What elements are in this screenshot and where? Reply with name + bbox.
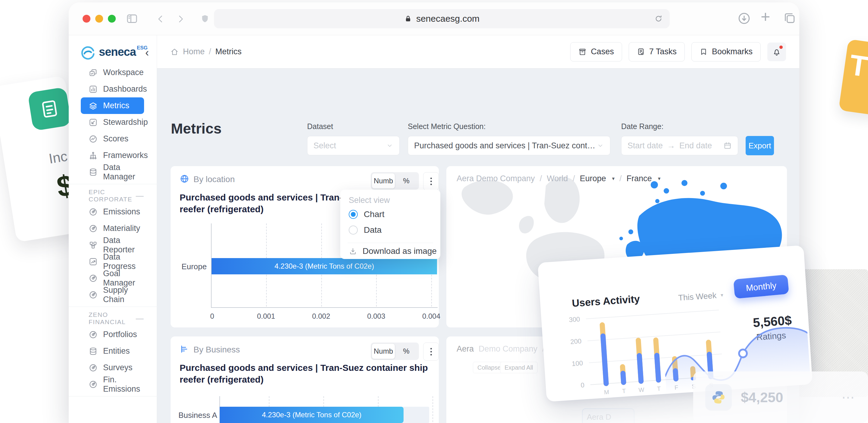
screenshot-stage: Inc $ T senecaesg.com + [0, 0, 868, 423]
sidebar-collapse-icon[interactable]: ‹ [145, 47, 149, 58]
sidebar-item-metrics[interactable]: Metrics [81, 97, 144, 114]
sidebar-item-label: Goal Manager [103, 269, 144, 288]
radio-icon[interactable] [349, 225, 358, 235]
bookmark-icon [700, 48, 708, 56]
metrics-icon [89, 101, 98, 110]
forward-icon[interactable] [176, 14, 186, 24]
bookmarks-button[interactable]: Bookmarks [691, 42, 761, 61]
tasks-button[interactable]: 7 Tasks [629, 42, 685, 61]
export-button[interactable]: Export [746, 136, 774, 155]
minimize-window-button[interactable] [95, 15, 103, 23]
app-header: Home / Metrics Cases 7 Tasks [157, 35, 799, 68]
sidebar-section-zeno-financial: ZENO FINANCIAL— [69, 310, 157, 326]
download-as-image-item[interactable]: Download as image [349, 246, 437, 256]
sidebar-item-data-manager[interactable]: Data Manager [81, 164, 144, 180]
breadcrumb-slash: / [619, 174, 622, 183]
breadcrumb-europe[interactable]: Europe [580, 174, 606, 183]
day-label: T [657, 385, 661, 393]
breadcrumb-aera-demo-company: Aera Demo Company [457, 174, 535, 183]
menu-option-chart[interactable]: Chart [349, 210, 384, 219]
sidebar-item-dashboards[interactable]: Dashboards [81, 81, 144, 97]
database-icon [89, 347, 98, 356]
start-date-placeholder: Start date [627, 141, 663, 150]
menu-option-data[interactable]: Data [349, 225, 381, 235]
sidebar-item-materiality[interactable]: Materiality [81, 220, 144, 237]
stewardship-icon [89, 118, 98, 127]
zoom-window-button[interactable] [108, 15, 116, 23]
home-icon[interactable] [170, 48, 179, 56]
sidebar-item-stewardship[interactable]: Stewardship [81, 114, 144, 130]
decor-yellow-glyph: T [847, 48, 868, 83]
sidebar-toggle-icon[interactable] [125, 13, 138, 25]
tasks-icon [637, 48, 645, 56]
close-window-button[interactable] [83, 15, 90, 23]
cases-button[interactable]: Cases [570, 42, 622, 61]
day-label: T [622, 387, 626, 395]
python-icon [705, 384, 732, 411]
caret-down-icon: ▾ [720, 292, 723, 299]
sidebar-item-emissions[interactable]: Emissions [81, 204, 144, 220]
section-collapse-icon[interactable]: — [136, 191, 144, 201]
x-tick: 0 [210, 312, 214, 321]
breadcrumb-current: Metrics [216, 47, 242, 56]
section-collapse-icon[interactable]: — [136, 314, 144, 323]
caret-down-icon: ▾ [658, 176, 661, 182]
dataset-select[interactable]: Select [307, 136, 400, 155]
reload-icon[interactable] [654, 14, 663, 23]
sidebar-item-fin-emissions[interactable]: Fin. Emissions [81, 376, 144, 393]
category-label: Europe [177, 262, 207, 271]
bar-business[interactable]: 4.230e-3 (Metric Tons of C02e) [220, 407, 404, 423]
tab-overview-icon[interactable] [783, 11, 796, 25]
url-text: senecaesg.com [416, 13, 479, 24]
notifications-button[interactable] [767, 42, 786, 61]
brand-logo[interactable]: seneca ESG [80, 45, 148, 61]
new-tab-icon[interactable]: + [761, 7, 775, 26]
sidebar-item-label: Portfolios [103, 330, 137, 339]
sidebar-item-frameworks[interactable]: Frameworks [81, 147, 144, 164]
breadcrumb-separator: / [209, 47, 211, 56]
target-icon [89, 207, 98, 216]
radio-icon[interactable] [349, 210, 358, 219]
by-location-card: By location Numb% Purchased goods and se… [170, 166, 439, 327]
sidebar-item-label: Scores [103, 134, 128, 144]
target-icon [89, 224, 98, 233]
sidebar-item-data-reporter[interactable]: Data Reporter [81, 237, 144, 253]
sidebar-item-label: Workspace [103, 68, 144, 77]
week-range-select[interactable]: This Week ▾ [678, 290, 723, 303]
gridline [433, 396, 433, 423]
metric-question-select[interactable]: Purchased goods and services | Tran-Suez… [408, 136, 610, 155]
sidebar-item-data-progress[interactable]: Data Progress [81, 253, 144, 270]
sidebar-item-workspace[interactable]: Workspace [81, 64, 144, 81]
sidebar-item-portfolios[interactable]: Portfolios [81, 326, 144, 343]
breadcrumb-home[interactable]: Home [183, 47, 205, 56]
business-chart: Business A4.230e-3 (Metric Tons of C02e)… [170, 336, 439, 423]
sidebar-item-scores[interactable]: Scores [81, 130, 144, 147]
bar-europe[interactable]: 4.230e-3 (Metric Tons of C02e) [212, 258, 437, 274]
target-icon [89, 330, 98, 339]
sidebar-item-surveys[interactable]: Surveys [81, 359, 144, 376]
sidebar-item-label: Stewardship [103, 118, 148, 127]
breadcrumb-france[interactable]: France [627, 174, 652, 183]
download-icon [349, 247, 357, 255]
menu-header: Select view [349, 196, 390, 205]
url-bar[interactable]: senecaesg.com [214, 9, 670, 28]
shield-icon[interactable] [200, 12, 210, 25]
date-range-input[interactable]: Start date → End date [621, 136, 738, 155]
expand-all-button[interactable]: Expand All [500, 362, 538, 373]
tree-node[interactable]: Aera D 4.230e-3 [582, 408, 634, 423]
back-icon[interactable] [156, 14, 166, 24]
sidebar-item-supply-chain[interactable]: Supply Chain [81, 286, 144, 303]
downloads-icon[interactable] [737, 11, 751, 25]
dataset-label: Dataset [307, 122, 333, 131]
sidebar-item-label: Entities [103, 346, 130, 356]
brand-name: seneca [99, 46, 136, 59]
monthly-button[interactable]: Monthly [733, 275, 789, 299]
sidebar-item-goal-manager[interactable]: Goal Manager [81, 270, 144, 286]
sidebar-item-label: Dashboards [103, 84, 147, 94]
x-tick: 0.003 [367, 312, 385, 321]
frameworks-icon [89, 151, 98, 160]
y-tick: 200 [560, 337, 582, 347]
day-label: M [604, 389, 610, 396]
sidebar-item-entities[interactable]: Entities [81, 343, 144, 359]
chevron-down-icon [386, 142, 393, 149]
